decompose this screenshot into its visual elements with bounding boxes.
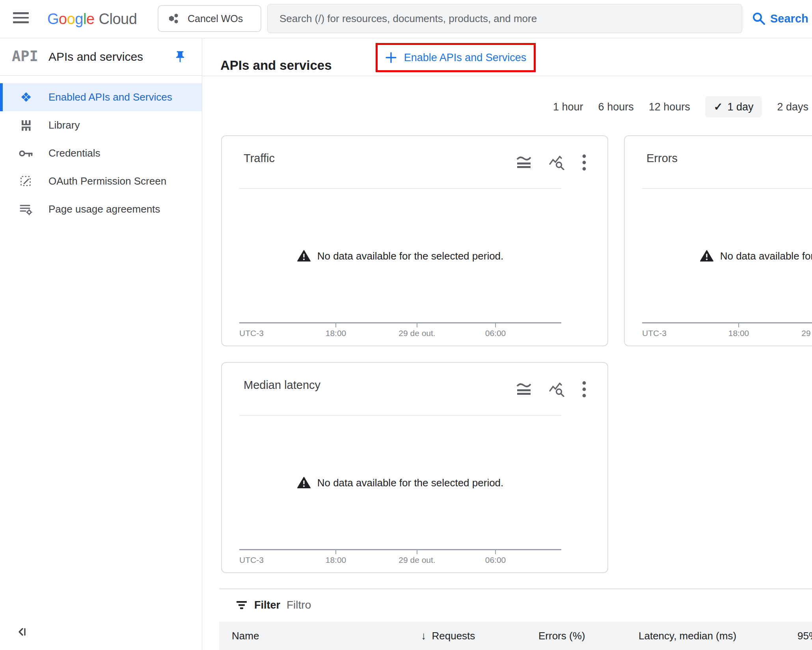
sidebar-item-label: OAuth Permission Screen (48, 175, 166, 187)
more-options-icon[interactable] (582, 381, 586, 398)
filter-button-label: Filter (254, 599, 280, 611)
card-divider (239, 415, 561, 416)
sidebar-item-label: Credentials (48, 147, 101, 159)
api-table-header: Name ↓ Requests Errors (%) Latency, medi… (219, 622, 812, 650)
x-tick-label: 18:00 (326, 329, 346, 338)
x-tick-label: 18:00 (326, 555, 346, 565)
enabled-apis-icon: ❖ (17, 91, 35, 104)
x-axis (239, 322, 561, 323)
sidebar-header: API APIs and services (0, 38, 202, 76)
global-search-box (267, 4, 742, 33)
sidebar-nav: ❖ Enabled APIs and Services Library (0, 83, 202, 223)
stacked-area-chart-icon[interactable] (516, 156, 532, 169)
x-axis (239, 549, 561, 550)
time-option-1-hour[interactable]: 1 hour (553, 101, 583, 113)
logo-letter: l (83, 11, 86, 28)
stacked-area-chart-icon[interactable] (516, 383, 532, 396)
search-icon (752, 12, 765, 25)
sidebar-item-oauth[interactable]: OAuth Permission Screen (0, 167, 202, 195)
x-tick-label: 18:00 (728, 329, 749, 338)
warning-icon (297, 477, 311, 489)
red-highlight-box: Enable APIs and Services (376, 43, 536, 72)
section-divider (219, 588, 812, 589)
logo-letter: e (86, 11, 95, 28)
sort-descending-icon: ↓ (421, 622, 426, 650)
explore-chart-icon[interactable] (549, 382, 565, 397)
time-option-12-hours[interactable]: 12 hours (649, 101, 690, 113)
no-data-message: No data available for the selected perio… (239, 475, 561, 491)
explore-chart-icon[interactable] (549, 155, 565, 170)
check-icon: ✓ (714, 101, 723, 113)
sidebar-item-label: Page usage agreements (48, 203, 160, 215)
top-bar: G o o g l e Cloud Cancel WOs (0, 0, 812, 38)
api-product-logo: API (12, 48, 38, 65)
card-title: Errors (646, 152, 678, 165)
pin-icon[interactable] (173, 49, 190, 65)
no-data-message: No data available for the selected perio… (642, 248, 812, 264)
page-title: APIs and services (220, 47, 332, 84)
sidebar-product-title: APIs and services (48, 38, 143, 76)
logo-letter: g (75, 11, 83, 28)
time-option-6-hours[interactable]: 6 hours (598, 101, 634, 113)
sidebar-item-page-usage-agreements[interactable]: Page usage agreements (0, 195, 202, 223)
card-divider (239, 188, 561, 189)
enable-apis-button[interactable]: Enable APIs and Services (383, 51, 529, 64)
sidebar: API APIs and services ❖ Enabled APIs and… (0, 38, 202, 650)
oauth-consent-icon (17, 176, 35, 187)
sidebar-item-label: Enabled APIs and Services (48, 91, 172, 103)
card-title: Median latency (244, 379, 320, 392)
x-tick-label: 06:00 (485, 555, 506, 565)
median-latency-card: Median latency (221, 362, 608, 573)
logo-letter: o (67, 11, 75, 28)
hamburger-menu-icon[interactable] (12, 12, 30, 26)
x-tick-label: 29 de out. (399, 329, 435, 338)
timezone-label: UTC-3 (239, 329, 264, 338)
column-header-errors[interactable]: Errors (%) (538, 622, 585, 650)
column-header-latency-median[interactable]: Latency, median (ms) (639, 622, 736, 650)
errors-card: Errors No data available for the selecte… (624, 135, 812, 346)
sidebar-item-label: Library (48, 119, 80, 131)
x-axis (642, 322, 812, 323)
project-selector-button[interactable]: Cancel WOs (158, 5, 261, 32)
column-header-name[interactable]: Name (232, 622, 259, 650)
plus-icon (385, 52, 397, 64)
warning-icon (700, 250, 713, 262)
column-header-requests[interactable]: ↓ Requests (421, 622, 475, 650)
no-data-message: No data available for the selected perio… (239, 248, 561, 264)
x-tick-label: 06:00 (485, 329, 506, 338)
traffic-card: Traffic (221, 135, 608, 346)
time-option-2-days[interactable]: 2 days (777, 101, 808, 113)
time-range-selector: 1 hour 6 hours 12 hours ✓ 1 day 2 days (553, 94, 808, 120)
sidebar-item-library[interactable]: Library (0, 111, 202, 139)
google-cloud-logo: G o o g l e Cloud (47, 0, 137, 38)
x-tick-label: 29 de out. (801, 329, 812, 338)
collapse-sidebar-icon[interactable] (17, 624, 32, 640)
google-cloud-console: G o o g l e Cloud Cancel WOs (0, 0, 812, 650)
sidebar-item-enabled-apis[interactable]: ❖ Enabled APIs and Services (0, 83, 202, 111)
logo-letter: o (59, 11, 67, 28)
more-options-icon[interactable] (582, 154, 586, 171)
project-name: Cancel WOs (188, 13, 243, 24)
timezone-label: UTC-3 (642, 329, 667, 338)
sidebar-item-credentials[interactable]: Credentials (0, 139, 202, 167)
project-hexagons-icon (168, 13, 180, 24)
warning-icon (297, 250, 311, 262)
time-option-1-day-selected[interactable]: ✓ 1 day (705, 96, 762, 118)
search-input[interactable] (268, 4, 742, 33)
card-divider (642, 188, 812, 189)
enable-apis-button-label: Enable APIs and Services (404, 52, 527, 64)
filter-icon (236, 600, 248, 610)
search-button-label: Search (770, 12, 808, 25)
search-button[interactable]: Search (750, 4, 811, 33)
x-tick-label: 29 de out. (399, 555, 435, 565)
column-header-latency-95[interactable]: 95% (797, 622, 812, 650)
logo-cloud-text: Cloud (99, 11, 137, 28)
filter-input[interactable]: Filtro (287, 596, 311, 614)
library-icon (17, 119, 35, 132)
card-title: Traffic (244, 152, 275, 165)
filter-button[interactable]: Filter (236, 596, 280, 614)
agreements-icon (17, 204, 35, 215)
key-icon (17, 149, 35, 158)
timezone-label: UTC-3 (239, 555, 264, 565)
logo-letter: G (47, 11, 59, 28)
